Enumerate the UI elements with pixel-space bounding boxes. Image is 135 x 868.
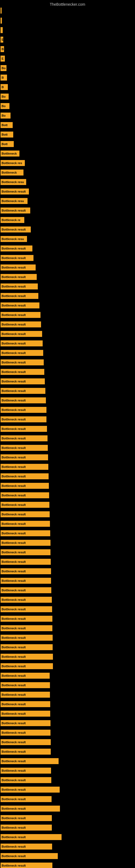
bar-label: Bottleneck result bbox=[2, 228, 26, 231]
bar-label: Bottleneck result bbox=[2, 304, 26, 307]
bar: Bott bbox=[1, 122, 13, 128]
bar: Bottleneck result bbox=[1, 454, 48, 460]
bar-row: Bottleneck result bbox=[1, 834, 61, 840]
bar-label: Bottleneck result bbox=[2, 760, 26, 763]
bar: Bott bbox=[1, 131, 13, 137]
bar-label: Bottleneck result bbox=[2, 741, 26, 744]
bar-row: Bottleneck resu bbox=[1, 179, 26, 185]
bar: Bottleneck result bbox=[1, 834, 61, 840]
bar-label: Bo bbox=[2, 104, 6, 108]
bar-label: Bottleneck bbox=[2, 171, 17, 174]
bar-label: Bottleneck result bbox=[2, 788, 26, 791]
bar-label: Bottleneck result bbox=[2, 864, 26, 867]
bar-row: Bottleneck result bbox=[1, 407, 46, 413]
bar: Bottleneck result bbox=[1, 654, 53, 660]
bar-row: Bottleneck result bbox=[1, 663, 53, 669]
bar: Bottleneck result bbox=[1, 464, 48, 470]
bar: Bottleneck result bbox=[1, 416, 46, 422]
bar-label: Bottleneck result bbox=[2, 446, 26, 450]
bar-label: Bottleneck result bbox=[2, 703, 26, 706]
bar-row: Bottleneck result bbox=[1, 397, 46, 403]
site-title: TheBottlenecker.com bbox=[0, 0, 135, 8]
bar: Bottleneck result bbox=[1, 777, 51, 783]
bar-label: Bottleneck resu bbox=[2, 199, 24, 203]
bar: Bottleneck result bbox=[1, 293, 38, 299]
bar-label: Bo bbox=[2, 114, 6, 117]
bar-label: Bottleneck result bbox=[2, 475, 26, 478]
bar-row: Bottleneck result bbox=[1, 246, 32, 251]
bar-label: Bottleneck result bbox=[2, 370, 26, 373]
bar-label: Bottleneck result bbox=[2, 361, 26, 364]
bar-row: Bottleneck res bbox=[1, 160, 25, 166]
bar: Bottleneck result bbox=[1, 844, 52, 849]
bar-label: Bottleneck result bbox=[2, 323, 26, 326]
bar-row: Bottleneck result bbox=[1, 844, 52, 849]
bar-label: Bottleneck result bbox=[2, 721, 26, 725]
bar: Bottleneck re bbox=[1, 217, 24, 223]
bar-label: Bottleneck result bbox=[2, 408, 26, 411]
bar-label: E bbox=[2, 57, 3, 60]
bar: Bottleneck result bbox=[1, 397, 46, 403]
bar-label: Bottleneck result bbox=[2, 560, 26, 563]
bar-row: Bottleneck result bbox=[1, 597, 52, 603]
bar-label: Bo bbox=[2, 95, 6, 98]
bar: Bott bbox=[1, 141, 14, 147]
bar-label: Bottleneck result bbox=[2, 627, 26, 630]
bar-label: Bottleneck result bbox=[2, 380, 26, 383]
bar: Bo bbox=[1, 103, 9, 109]
bar-row: Bottleneck result bbox=[1, 360, 44, 365]
bar-label: Bottleneck result bbox=[2, 664, 26, 668]
bar-label: Bott bbox=[2, 123, 8, 127]
bar-row: B bbox=[1, 74, 7, 81]
bar: Bottleneck result bbox=[1, 739, 51, 745]
bar: Bottleneck resu bbox=[1, 179, 26, 185]
bar-row: Bottleneck result bbox=[1, 777, 51, 783]
bar-row: Bottleneck result bbox=[1, 606, 52, 612]
bar-row: Bottleneck result bbox=[1, 739, 51, 745]
bar: Bottleneck result bbox=[1, 521, 50, 527]
bar: Bottleneck result bbox=[1, 578, 51, 584]
bar-row: Bottleneck result bbox=[1, 806, 60, 812]
bar: Bottleneck result bbox=[1, 673, 50, 679]
bar-label: Bottleneck result bbox=[2, 798, 26, 801]
bar: Bottleneck result bbox=[1, 246, 32, 251]
bar-label: Bottleneck result bbox=[2, 266, 26, 269]
bar-row: Bott bbox=[1, 141, 14, 147]
bar-label: B bbox=[2, 86, 4, 89]
bar-row: Bottleneck result bbox=[1, 654, 53, 660]
bar-row: Bottleneck result bbox=[1, 426, 47, 432]
bar-row: Bottleneck result bbox=[1, 369, 44, 375]
bar-label: Bottleneck resu bbox=[2, 180, 24, 184]
bar: Bottleneck result bbox=[1, 644, 53, 650]
bar-row: Bottleneck result bbox=[1, 711, 50, 717]
bar: Bottleneck result bbox=[1, 445, 48, 451]
bar-row: Bo bbox=[1, 65, 6, 71]
bar-label: Bottleneck result bbox=[2, 845, 26, 848]
bar: Bottleneck result bbox=[1, 711, 50, 717]
bar: Bottleneck result bbox=[1, 616, 52, 622]
bar-row: Bo bbox=[1, 103, 9, 109]
bar-row: Bottleneck result bbox=[1, 435, 48, 441]
bar-row: Bottleneck result bbox=[1, 540, 50, 546]
bar-label: Bottleneck result bbox=[2, 275, 26, 279]
bar: Bottleneck result bbox=[1, 265, 36, 271]
bar-label: Bottleneck result bbox=[2, 256, 26, 259]
bar-label: Bottleneck result bbox=[2, 769, 26, 772]
bar-row: Bottleneck result bbox=[1, 825, 52, 831]
bar-label: Bottleneck result bbox=[2, 569, 26, 573]
bar-row: Bo bbox=[1, 94, 9, 99]
bar-label: Bottleneck result bbox=[2, 589, 26, 592]
bar-row: Bottleneck result bbox=[1, 312, 41, 318]
bar-label: Bottleneck result bbox=[2, 437, 26, 440]
bar-row: Bottleneck result bbox=[1, 635, 53, 641]
bar-label: Bottleneck result bbox=[2, 494, 26, 497]
bar: Bottleneck result bbox=[1, 606, 52, 612]
bar-row: Bottleneck result bbox=[1, 549, 50, 555]
bar: B bbox=[1, 46, 4, 52]
bar-row: Bottleneck result bbox=[1, 568, 51, 574]
bar-row: Bottleneck result bbox=[1, 340, 43, 346]
bar-label: Bottleneck result bbox=[2, 503, 26, 506]
bar: Bottleneck result bbox=[1, 549, 50, 555]
bar: Bottleneck result bbox=[1, 369, 44, 375]
bar: Bottleneck result bbox=[1, 587, 51, 593]
